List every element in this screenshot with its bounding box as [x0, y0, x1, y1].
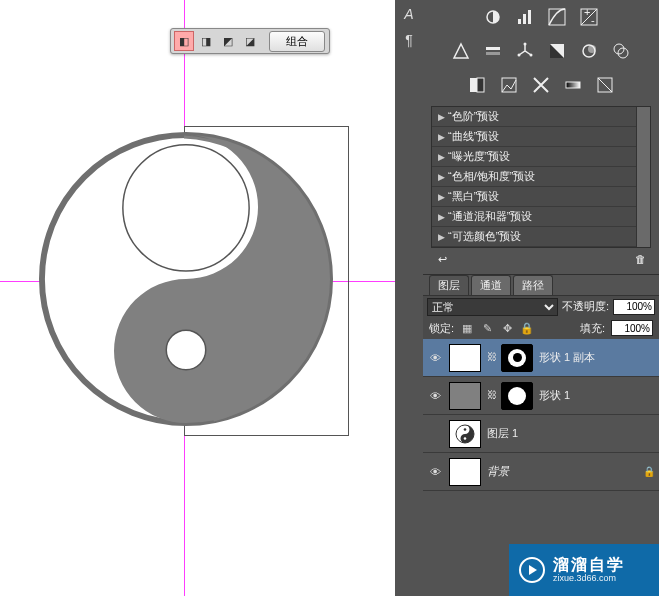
svg-marker-12 [454, 44, 468, 58]
lock-all-icon[interactable]: 🔒 [520, 321, 534, 335]
vibrance-icon[interactable] [450, 40, 472, 62]
layer-row[interactable]: 👁 背景 🔒 [423, 453, 659, 491]
hue-sat-icon[interactable] [482, 40, 504, 62]
chevron-right-icon: ▶ [438, 152, 448, 162]
combine-button[interactable]: 组合 [269, 31, 325, 52]
visibility-toggle-icon[interactable]: 👁 [427, 464, 443, 480]
svg-rect-23 [470, 78, 477, 92]
chevron-right-icon: ▶ [438, 172, 448, 182]
black-white-icon[interactable] [546, 40, 568, 62]
layer-row[interactable]: 图层 1 [423, 415, 659, 453]
watermark: 溜溜自学 zixue.3d66.com [509, 544, 659, 596]
layer-thumbnail[interactable] [449, 458, 481, 486]
svg-rect-26 [566, 82, 580, 88]
layer-mask-thumbnail[interactable] [501, 382, 533, 410]
svg-rect-13 [486, 47, 500, 50]
pathop-subtract-icon[interactable]: ◨ [197, 32, 215, 50]
invert-icon[interactable] [466, 74, 488, 96]
delete-adjustment-icon[interactable]: 🗑 [631, 250, 649, 268]
svg-point-17 [530, 54, 533, 57]
layer-name[interactable]: 形状 1 [539, 388, 655, 403]
paragraph-panel-icon[interactable]: ¶ [405, 32, 413, 48]
layer-mask-thumbnail[interactable] [501, 344, 533, 372]
posterize-icon[interactable] [498, 74, 520, 96]
layers-panel: 图层 通道 路径 正常 不透明度: 锁定: ▦ ✎ ✥ 🔒 填充: [423, 274, 659, 596]
lock-icon: 🔒 [643, 466, 655, 477]
brightness-contrast-icon[interactable] [482, 6, 504, 28]
preset-label: “可选颜色”预设 [448, 229, 521, 244]
chevron-right-icon: ▶ [438, 212, 448, 222]
photo-filter-icon[interactable] [578, 40, 600, 62]
opacity-label: 不透明度: [562, 299, 609, 314]
adjustments-panel: +- [423, 0, 659, 102]
visibility-toggle-icon[interactable]: 👁 [427, 350, 443, 366]
levels-icon[interactable] [514, 6, 536, 28]
svg-point-22 [618, 48, 628, 58]
selective-color-icon[interactable] [594, 74, 616, 96]
tab-channels[interactable]: 通道 [471, 275, 511, 295]
layer-name[interactable]: 形状 1 副本 [539, 350, 655, 365]
layer-thumbnail[interactable] [449, 420, 481, 448]
svg-rect-6 [523, 14, 526, 24]
float-toolbar[interactable]: ◧ ◨ ◩ ◪ 组合 [170, 28, 330, 54]
visibility-toggle-icon[interactable]: 👁 [427, 388, 443, 404]
fill-input[interactable] [611, 320, 653, 336]
svg-text:-: - [591, 14, 595, 26]
gradient-map-icon[interactable] [562, 74, 584, 96]
svg-point-21 [614, 44, 624, 54]
preset-label: “色相/饱和度”预设 [448, 169, 535, 184]
preset-item[interactable]: ▶“色阶”预设 [432, 107, 650, 127]
presets-list: ▶“色阶”预设 ▶“曲线”预设 ▶“曝光度”预设 ▶“色相/饱和度”预设 ▶“黑… [431, 106, 651, 248]
tab-paths[interactable]: 路径 [513, 275, 553, 295]
layer-name[interactable]: 图层 1 [487, 426, 655, 441]
yinyang-artwork[interactable] [38, 128, 334, 430]
channel-mixer-icon[interactable] [610, 40, 632, 62]
preset-label: “黑白”预设 [448, 189, 499, 204]
pathop-exclude-icon[interactable]: ◪ [241, 32, 259, 50]
watermark-logo-icon [519, 557, 545, 583]
canvas-area[interactable] [0, 0, 395, 596]
preset-label: “色阶”预设 [448, 109, 499, 124]
layers-panel-tabs: 图层 通道 路径 [423, 275, 659, 295]
lock-fill-row: 锁定: ▦ ✎ ✥ 🔒 填充: [423, 317, 659, 339]
tab-layers[interactable]: 图层 [429, 275, 469, 295]
chevron-right-icon: ▶ [438, 112, 448, 122]
preset-item[interactable]: ▶“黑白”预设 [432, 187, 650, 207]
link-icon: ⛓ [487, 389, 495, 403]
color-balance-icon[interactable] [514, 40, 536, 62]
opacity-input[interactable] [613, 299, 655, 315]
exposure-icon[interactable]: +- [578, 6, 600, 28]
chevron-right-icon: ▶ [438, 132, 448, 142]
threshold-icon[interactable] [530, 74, 552, 96]
svg-rect-5 [518, 19, 521, 24]
svg-rect-24 [477, 78, 484, 92]
layer-name[interactable]: 背景 [487, 464, 637, 479]
presets-scrollbar[interactable] [636, 107, 650, 247]
svg-point-15 [524, 43, 527, 46]
preset-item[interactable]: ▶“通道混和器”预设 [432, 207, 650, 227]
preset-item[interactable]: ▶“可选颜色”预设 [432, 227, 650, 247]
lock-pixels-icon[interactable]: ✎ [480, 321, 494, 335]
character-panel-icon[interactable]: A [404, 6, 413, 22]
preset-item[interactable]: ▶“曲线”预设 [432, 127, 650, 147]
lock-transparent-icon[interactable]: ▦ [460, 321, 474, 335]
panel-column: A ¶ +- [395, 0, 659, 596]
pathop-unite-icon[interactable]: ◧ [175, 32, 193, 50]
panel-body: +- ▶“色阶”预设 ▶“曲线”预设 ▶“曝光度”预设 [423, 0, 659, 596]
preset-item[interactable]: ▶“色相/饱和度”预设 [432, 167, 650, 187]
layer-row[interactable]: 👁 ⛓ 形状 1 副本 [423, 339, 659, 377]
svg-rect-14 [486, 52, 500, 55]
layer-thumbnail[interactable] [449, 344, 481, 372]
layer-row[interactable]: 👁 ⛓ 形状 1 [423, 377, 659, 415]
lock-position-icon[interactable]: ✥ [500, 321, 514, 335]
preset-item[interactable]: ▶“曝光度”预设 [432, 147, 650, 167]
svg-point-29 [464, 428, 467, 431]
return-to-adjustment-icon[interactable]: ↩ [433, 250, 451, 268]
watermark-url: zixue.3d66.com [553, 574, 625, 584]
watermark-brand: 溜溜自学 [553, 556, 625, 574]
blend-mode-select[interactable]: 正常 [427, 298, 558, 316]
pathop-intersect-icon[interactable]: ◩ [219, 32, 237, 50]
curves-icon[interactable] [546, 6, 568, 28]
visibility-toggle-icon[interactable] [427, 426, 443, 442]
layer-thumbnail[interactable] [449, 382, 481, 410]
